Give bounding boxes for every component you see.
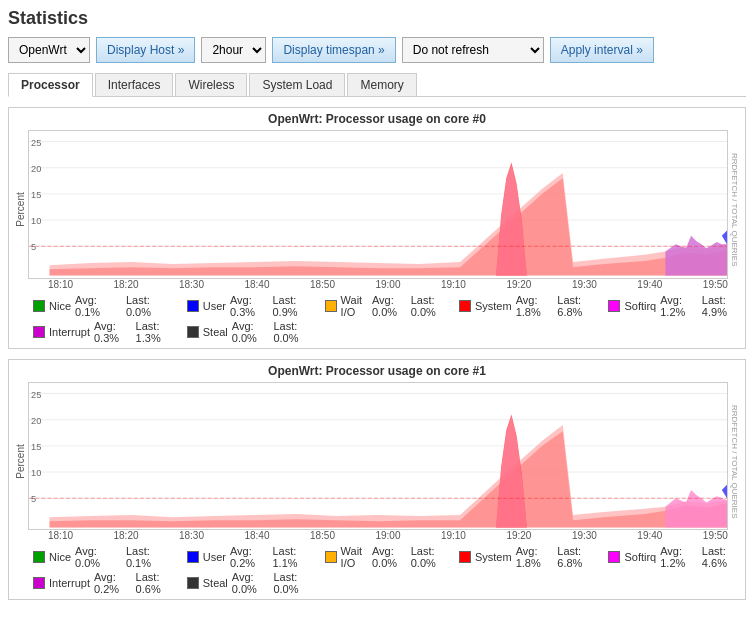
chart1-xaxis: 18:1018:2018:3018:4018:50 19:0019:1019:2… xyxy=(28,530,728,541)
svg-text:25: 25 xyxy=(31,138,41,148)
svg-text:15: 15 xyxy=(31,190,41,200)
legend-color-waitio xyxy=(325,551,337,563)
legend-name: User xyxy=(203,300,226,312)
tab-bar: Processor Interfaces Wireless System Loa… xyxy=(8,73,746,97)
legend-name: Steal xyxy=(203,326,228,338)
legend-color-nice xyxy=(33,300,45,312)
legend-avg: Avg: 0.0% xyxy=(232,571,270,595)
svg-marker-33 xyxy=(722,484,727,498)
legend-color-system xyxy=(459,551,471,563)
chart1-sidelabel: RRDFETCH / TOTAL QUERIES xyxy=(728,382,741,542)
legend-item: User Avg: 0.2% Last: 1.1% xyxy=(187,545,313,569)
legend-name: System xyxy=(475,300,512,312)
legend-name: Wait I/O xyxy=(341,294,368,318)
legend-last: Last: 4.9% xyxy=(702,294,741,318)
svg-text:15: 15 xyxy=(31,442,41,452)
legend-last: Last: 0.0% xyxy=(411,545,447,569)
legend-avg: Avg: 0.3% xyxy=(230,294,269,318)
legend-name: Interrupt xyxy=(49,326,90,338)
apply-interval-button[interactable]: Apply interval » xyxy=(550,37,654,63)
legend-item: Wait I/O Avg: 0.0% Last: 0.0% xyxy=(325,545,447,569)
legend-name: Nice xyxy=(49,551,71,563)
legend-avg: Avg: 0.0% xyxy=(372,545,407,569)
legend-item: Wait I/O Avg: 0.0% Last: 0.0% xyxy=(325,294,447,318)
tab-interfaces[interactable]: Interfaces xyxy=(95,73,174,96)
svg-marker-32 xyxy=(665,490,727,528)
legend-avg: Avg: 1.8% xyxy=(516,294,554,318)
legend-color-nice xyxy=(33,551,45,563)
legend-item: Interrupt Avg: 0.3% Last: 1.3% xyxy=(33,320,175,344)
chart-core1: OpenWrt: Processor usage on core #1 Perc… xyxy=(8,359,746,601)
svg-text:10: 10 xyxy=(31,468,41,478)
chart0-xaxis: 18:1018:2018:3018:4018:50 19:0019:1019:2… xyxy=(28,279,728,290)
legend-avg: Avg: 0.0% xyxy=(372,294,407,318)
legend-item: Steal Avg: 0.0% Last: 0.0% xyxy=(187,571,313,595)
toolbar: OpenWrt Display Host » 2hour 4hour 8hour… xyxy=(8,37,746,63)
chart1-title: OpenWrt: Processor usage on core #1 xyxy=(13,364,741,378)
display-host-button[interactable]: Display Host » xyxy=(96,37,195,63)
legend-color-user xyxy=(187,551,199,563)
legend-last: Last: 0.0% xyxy=(126,294,175,318)
display-timespan-button[interactable]: Display timespan » xyxy=(272,37,395,63)
legend-avg: Avg: 0.2% xyxy=(230,545,269,569)
legend-name: Softirq xyxy=(624,551,656,563)
legend-item: Steal Avg: 0.0% Last: 0.0% xyxy=(187,320,313,344)
chart0-title: OpenWrt: Processor usage on core #0 xyxy=(13,112,741,126)
legend-last: Last: 6.8% xyxy=(557,545,596,569)
legend-name: Softirq xyxy=(624,300,656,312)
legend-avg: Avg: 0.1% xyxy=(75,294,122,318)
legend-last: Last: 0.0% xyxy=(273,320,312,344)
legend-avg: Avg: 1.2% xyxy=(660,294,698,318)
svg-marker-10 xyxy=(50,173,727,276)
chart1-ylabel: Percent xyxy=(13,382,28,542)
legend-item: Softirq Avg: 1.2% Last: 4.6% xyxy=(608,545,741,569)
tab-wireless[interactable]: Wireless xyxy=(175,73,247,96)
legend-color-softirq xyxy=(608,551,620,563)
chart0-sidelabel: RRDFETCH / TOTAL QUERIES xyxy=(728,130,741,290)
legend-name: Steal xyxy=(203,577,228,589)
legend-item: System Avg: 1.8% Last: 6.8% xyxy=(459,294,596,318)
svg-text:20: 20 xyxy=(31,415,41,425)
svg-text:5: 5 xyxy=(31,242,36,252)
legend-item: Nice Avg: 0.0% Last: 0.1% xyxy=(33,545,175,569)
legend-avg: Avg: 0.3% xyxy=(94,320,132,344)
legend-last: Last: 0.1% xyxy=(126,545,175,569)
legend-avg: Avg: 1.8% xyxy=(516,545,554,569)
legend-color-system xyxy=(459,300,471,312)
legend-last: Last: 1.3% xyxy=(136,320,175,344)
host-select[interactable]: OpenWrt xyxy=(8,37,90,63)
svg-text:10: 10 xyxy=(31,216,41,226)
timespan-select[interactable]: 2hour 4hour 8hour xyxy=(201,37,266,63)
legend-color-softirq xyxy=(608,300,620,312)
legend-name: Wait I/O xyxy=(341,545,368,569)
legend-last: Last: 4.6% xyxy=(702,545,741,569)
legend-color-interrupt xyxy=(33,577,45,589)
legend-last: Last: 6.8% xyxy=(557,294,596,318)
tab-processor[interactable]: Processor xyxy=(8,73,93,97)
legend-name: System xyxy=(475,551,512,563)
svg-text:20: 20 xyxy=(31,164,41,174)
legend-color-user xyxy=(187,300,199,312)
legend-color-waitio xyxy=(325,300,337,312)
tab-system-load[interactable]: System Load xyxy=(249,73,345,96)
svg-marker-15 xyxy=(665,236,727,276)
legend-item: System Avg: 1.8% Last: 6.8% xyxy=(459,545,596,569)
legend-last: Last: 1.1% xyxy=(272,545,312,569)
legend-name: User xyxy=(203,551,226,563)
legend-item: Interrupt Avg: 0.2% Last: 0.6% xyxy=(33,571,175,595)
chart1-legend: Nice Avg: 0.0% Last: 0.1% User Avg: 0.2%… xyxy=(13,545,741,595)
chart0-ylabel: Percent xyxy=(13,130,28,290)
svg-marker-28 xyxy=(50,425,727,528)
legend-color-steal xyxy=(187,326,199,338)
legend-last: Last: 0.9% xyxy=(272,294,312,318)
legend-item: Nice Avg: 0.1% Last: 0.0% xyxy=(33,294,175,318)
chart-core0: OpenWrt: Processor usage on core #0 Perc… xyxy=(8,107,746,349)
tab-memory[interactable]: Memory xyxy=(347,73,416,96)
chart0-area: 25 20 15 10 5 xyxy=(28,130,728,279)
legend-last: Last: 0.0% xyxy=(411,294,447,318)
refresh-select[interactable]: Do not refresh Refresh every 1 min xyxy=(402,37,544,63)
legend-avg: Avg: 1.2% xyxy=(660,545,698,569)
svg-text:25: 25 xyxy=(31,389,41,399)
svg-marker-16 xyxy=(722,231,727,245)
legend-item: User Avg: 0.3% Last: 0.9% xyxy=(187,294,313,318)
